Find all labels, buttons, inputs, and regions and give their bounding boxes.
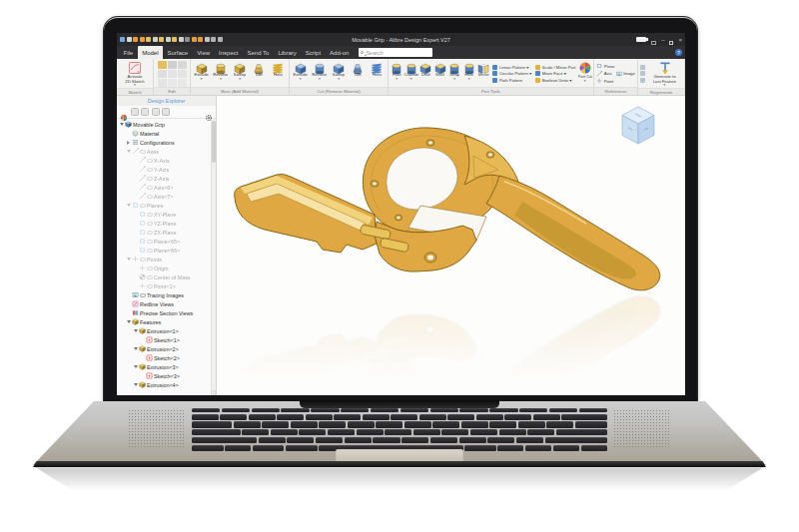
loft-button[interactable]: Loft <box>250 60 269 87</box>
revolve-button[interactable]: Revolve▾ <box>310 60 329 87</box>
tree-item-planes[interactable]: Planes <box>117 201 216 210</box>
tree-item-sketch-2-[interactable]: Sketch<2> <box>117 353 216 362</box>
visibility-eye-icon[interactable] <box>147 213 153 217</box>
visibility-eye-icon[interactable] <box>147 186 153 190</box>
open-folder-icon[interactable] <box>146 37 151 42</box>
fillet-button[interactable]: Fillet▾ <box>390 60 403 87</box>
linear-pattern-button[interactable]: Linear Pattern ▾ <box>492 65 531 70</box>
menu-tab-library[interactable]: Library <box>274 46 301 59</box>
edit-tool-icon[interactable] <box>168 79 177 87</box>
regen-option-icon[interactable] <box>640 65 645 70</box>
menu-tab-surface[interactable]: Surface <box>163 46 193 59</box>
visibility-eye-icon[interactable] <box>147 195 153 199</box>
search-input[interactable] <box>366 50 430 56</box>
battery-icon[interactable] <box>636 37 646 42</box>
edit-tool-icon[interactable] <box>178 70 187 78</box>
visibility-eye-icon[interactable] <box>147 159 153 163</box>
tree-item-precise-section-views[interactable]: Precise Section Views <box>117 308 216 317</box>
edit-tool-icon[interactable] <box>178 61 187 69</box>
visibility-eye-icon[interactable] <box>140 293 146 297</box>
circular-pattern-button[interactable]: Circular Pattern ▾ <box>492 71 531 76</box>
tree-item-xy-plane[interactable]: XY-Plane <box>117 210 216 219</box>
tree-item-features[interactable]: Features <box>117 317 216 326</box>
document-icon[interactable] <box>166 37 171 42</box>
point-button[interactable]: Point <box>596 78 613 84</box>
tree-item-axis-7-[interactable]: Axis<7> <box>117 192 216 201</box>
tree-item-origin[interactable]: Origin <box>117 264 216 272</box>
minimize-button[interactable]: – <box>661 37 664 43</box>
extrude-button[interactable]: Extrude▾ <box>192 60 211 87</box>
help-icon[interactable]: ? <box>675 49 682 56</box>
hole-button[interactable]: Hole▾ <box>461 60 475 87</box>
tree-item-yz-plane[interactable]: YZ-Plane <box>117 219 216 228</box>
visibility-eye-icon[interactable] <box>147 231 153 235</box>
path-pattern-button[interactable]: Path Pattern <box>492 78 531 83</box>
maximize-button[interactable] <box>669 33 673 49</box>
wrap-button[interactable]: Wrap▾ <box>447 60 461 87</box>
undo-icon[interactable] <box>133 37 138 42</box>
axis-button[interactable]: Axis <box>596 71 611 77</box>
generate-to-button[interactable]: Generate toLast Feature▾ <box>646 60 683 88</box>
document-icon[interactable] <box>153 37 158 42</box>
tree-item-extrusion-3-[interactable]: Extrusion<3> <box>117 362 216 371</box>
section-view-icon[interactable] <box>141 108 149 116</box>
tree-item-plane-66-[interactable]: Plane<66> <box>117 246 216 255</box>
redo-icon[interactable] <box>140 37 145 42</box>
plane-button[interactable]: Plane <box>596 63 614 69</box>
scale-mirror-part-button[interactable]: Scale / Mirror Part <box>535 65 575 70</box>
regen-option-icon[interactable] <box>640 71 645 76</box>
begin-macro-icon[interactable] <box>192 37 197 42</box>
image-button[interactable]: Image <box>616 71 635 77</box>
dropdown-caret-icon[interactable] <box>185 37 190 42</box>
zoom-out-icon[interactable] <box>218 37 223 42</box>
visibility-eye-icon[interactable] <box>140 150 146 154</box>
tree-item-center-of-mass[interactable]: Center of Mass <box>117 272 216 281</box>
paste-icon[interactable] <box>158 61 167 69</box>
activate-button[interactable]: Activate2D Sketch▾ <box>118 60 152 88</box>
draft-button[interactable]: Draft <box>418 60 432 87</box>
tree-item-points[interactable]: Points <box>117 255 216 264</box>
chamfer-button[interactable]: Chamfer▾ <box>403 60 417 87</box>
end-macro-icon[interactable] <box>198 37 203 42</box>
tree-item-movable-grip[interactable]: Movable Grip <box>117 120 216 129</box>
tree-scrollbar-thumb[interactable] <box>212 121 216 163</box>
close-button[interactable]: × <box>678 37 682 43</box>
visibility-eye-icon[interactable] <box>147 284 153 288</box>
display-mode-icon[interactable] <box>120 108 128 116</box>
edit-tool-icon[interactable] <box>158 70 167 78</box>
tree-item-redline-views[interactable]: Redline Views <box>117 299 216 308</box>
edit-tool-icon[interactable] <box>178 79 187 87</box>
sweep-button[interactable]: Sweep▾ <box>230 60 249 87</box>
tree-item-extrusion-4-[interactable]: Extrusion<4> <box>117 380 216 389</box>
zoom-in-icon[interactable] <box>211 37 216 42</box>
visibility-eye-icon[interactable] <box>140 258 146 262</box>
tree-item-sketch-1-[interactable]: Sketch<1> <box>117 335 216 344</box>
selection-filter-icon[interactable] <box>152 108 160 116</box>
tree-item-configurations[interactable]: Configurations <box>117 138 216 147</box>
view-cube[interactable] <box>619 105 657 147</box>
new-file-icon[interactable] <box>120 37 125 42</box>
tree-item-extrusion-2-[interactable]: Extrusion<2> <box>117 344 216 353</box>
tree-item-extrusion-1-[interactable]: Extrusion<1> <box>117 326 216 335</box>
menu-tab-model[interactable]: Model <box>138 46 163 59</box>
regen-option-icon[interactable] <box>640 78 645 83</box>
tree-item-y-axis[interactable]: Y-Axis <box>117 165 216 174</box>
sweep-button[interactable]: Sweep▾ <box>329 60 348 87</box>
part-color-button[interactable]: Part Color▾ <box>578 60 592 87</box>
tree-item-axis-6-[interactable]: Axis<6> <box>117 183 216 192</box>
loft-button[interactable]: Loft <box>349 60 368 87</box>
workspace-layout-icon[interactable] <box>651 33 656 49</box>
visibility-eye-icon[interactable] <box>147 240 153 244</box>
boolean-unite-button[interactable]: Boolean Unite ▾ <box>535 78 575 83</box>
tree-view-icon[interactable] <box>162 108 170 116</box>
visibility-eye-icon[interactable] <box>147 222 153 226</box>
edit-tool-icon[interactable] <box>168 70 177 78</box>
tree-item-material[interactable]: Material <box>117 129 216 138</box>
tree-item-z-axis[interactable]: Z-Axis <box>117 174 216 183</box>
visibility-eye-icon[interactable] <box>147 266 153 270</box>
mirror-button[interactable]: Mirror <box>476 60 490 87</box>
menu-tab-inspect[interactable]: Inspect <box>215 46 243 59</box>
movable-grip-model[interactable] <box>225 124 669 395</box>
tree-item-axes[interactable]: Axes <box>117 147 216 156</box>
document-icon[interactable] <box>179 37 184 42</box>
